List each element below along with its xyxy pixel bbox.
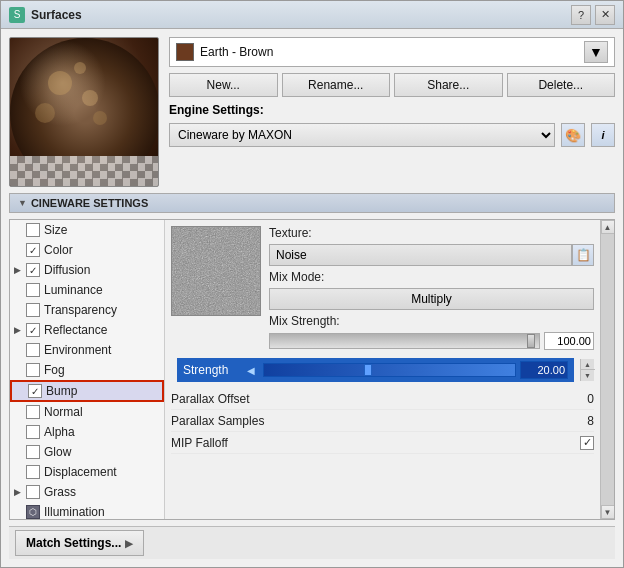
tree-item-alpha[interactable]: Alpha bbox=[10, 422, 164, 442]
tree-checkbox-environment[interactable] bbox=[26, 343, 40, 357]
mix-strength-thumb[interactable] bbox=[527, 334, 535, 348]
noise-svg bbox=[172, 227, 261, 316]
checkerboard-bg bbox=[10, 156, 158, 186]
tree-item-grass[interactable]: ▶ Grass bbox=[10, 482, 164, 502]
mix-strength-control-row bbox=[269, 332, 594, 350]
tree-item-diffusion[interactable]: ▶ Diffusion bbox=[10, 260, 164, 280]
scroll-bottom-arrow[interactable]: ▼ bbox=[601, 505, 615, 519]
tree-arrow-reflectance[interactable]: ▶ bbox=[14, 325, 26, 335]
tree-item-size[interactable]: Size bbox=[10, 220, 164, 240]
tree-checkbox-diffusion[interactable] bbox=[26, 263, 40, 277]
tree-label-normal: Normal bbox=[44, 405, 83, 419]
scroll-track[interactable] bbox=[601, 234, 614, 505]
mip-falloff-label: MIP Falloff bbox=[171, 434, 580, 452]
tree-arrow bbox=[14, 245, 26, 255]
tree-item-illumination[interactable]: ⬡ Illumination bbox=[10, 502, 164, 519]
parallax-samples-value[interactable]: 8 bbox=[564, 414, 594, 428]
texture-controls: Texture: Noise 📋 Mix Mode: Mu bbox=[269, 226, 594, 350]
tree-arrow bbox=[14, 225, 26, 235]
properties-rows: Parallax Offset 0 Parallax Samples 8 MIP… bbox=[165, 386, 600, 456]
tree-label-illumination: Illumination bbox=[44, 505, 105, 519]
cineware-settings-label: CINEWARE SETTINGS bbox=[31, 197, 148, 209]
parallax-offset-row: Parallax Offset 0 bbox=[171, 388, 594, 410]
tree-checkbox-transparency[interactable] bbox=[26, 303, 40, 317]
tree-item-fog[interactable]: Fog bbox=[10, 360, 164, 380]
engine-label: Engine Settings: bbox=[169, 103, 615, 117]
parallax-offset-value[interactable]: 0 bbox=[564, 392, 594, 406]
title-bar: S Surfaces ? ✕ bbox=[1, 1, 623, 29]
main-split-panel: Size Color ▶ Diffusion bbox=[9, 219, 615, 520]
texture-preview-row: Texture: Noise 📋 Mix Mode: Mu bbox=[165, 220, 600, 356]
tree-arrow-diffusion[interactable]: ▶ bbox=[14, 265, 26, 275]
strength-value-input[interactable] bbox=[520, 361, 568, 379]
tree-checkbox-color[interactable] bbox=[26, 243, 40, 257]
texture-name-button[interactable]: Noise bbox=[269, 244, 572, 266]
tree-checkbox-normal[interactable] bbox=[26, 405, 40, 419]
engine-info-icon[interactable]: i bbox=[591, 123, 615, 147]
tree-item-reflectance[interactable]: ▶ Reflectance bbox=[10, 320, 164, 340]
mix-mode-value-row: Multiply bbox=[269, 288, 594, 310]
bottom-bar: Match Settings... ▶ bbox=[9, 526, 615, 559]
tree-item-transparency[interactable]: Transparency bbox=[10, 300, 164, 320]
mix-mode-row: Mix Mode: bbox=[269, 270, 594, 284]
strength-slider[interactable] bbox=[263, 363, 516, 377]
noise-texture-preview bbox=[171, 226, 261, 316]
action-buttons: New... Rename... Share... Delete... bbox=[169, 73, 615, 97]
close-button[interactable]: ✕ bbox=[595, 5, 615, 25]
tree-item-color[interactable]: Color bbox=[10, 240, 164, 260]
tree-arrow bbox=[16, 386, 28, 396]
tree-checkbox-grass[interactable] bbox=[26, 485, 40, 499]
material-preview bbox=[9, 37, 159, 187]
mip-falloff-checkbox[interactable] bbox=[580, 436, 594, 450]
parallax-samples-row: Parallax Samples 8 bbox=[171, 410, 594, 432]
tree-label-grass: Grass bbox=[44, 485, 76, 499]
tree-checkbox-bump[interactable] bbox=[28, 384, 42, 398]
match-settings-label: Match Settings... bbox=[26, 536, 121, 550]
strength-label: Strength bbox=[183, 363, 243, 377]
scroll-down-arrow[interactable]: ▼ bbox=[581, 370, 595, 381]
tree-label-reflectance: Reflectance bbox=[44, 323, 107, 337]
bump-content: Texture: Noise 📋 Mix Mode: Mu bbox=[165, 220, 600, 519]
section-collapse-arrow[interactable]: ▼ bbox=[18, 198, 27, 208]
engine-select[interactable]: Cineware by MAXON bbox=[169, 123, 555, 147]
tree-checkbox-displacement[interactable] bbox=[26, 465, 40, 479]
tree-checkbox-luminance[interactable] bbox=[26, 283, 40, 297]
texture-copy-button[interactable]: 📋 bbox=[572, 244, 594, 266]
parallax-samples-label: Parallax Samples bbox=[171, 412, 564, 430]
tree-checkbox-alpha[interactable] bbox=[26, 425, 40, 439]
tree-item-luminance[interactable]: Luminance bbox=[10, 280, 164, 300]
tree-checkbox-reflectance[interactable] bbox=[26, 323, 40, 337]
tree-label-diffusion: Diffusion bbox=[44, 263, 90, 277]
tree-item-glow[interactable]: Glow bbox=[10, 442, 164, 462]
tree-label-transparency: Transparency bbox=[44, 303, 117, 317]
cineware-settings-header: ▼ CINEWARE SETTINGS bbox=[9, 193, 615, 213]
tree-item-bump[interactable]: Bump bbox=[10, 380, 164, 402]
delete-button[interactable]: Delete... bbox=[507, 73, 616, 97]
tree-arrow-grass[interactable]: ▶ bbox=[14, 487, 26, 497]
top-section: Earth - Brown ▼ New... Rename... Share..… bbox=[9, 37, 615, 187]
mip-falloff-row: MIP Falloff bbox=[171, 432, 594, 454]
mix-strength-slider[interactable] bbox=[269, 333, 540, 349]
material-menu-button[interactable]: ▼ bbox=[584, 41, 608, 63]
mix-mode-button[interactable]: Multiply bbox=[269, 288, 594, 310]
tree-checkbox-size[interactable] bbox=[26, 223, 40, 237]
engine-render-icon[interactable]: 🎨 bbox=[561, 123, 585, 147]
scroll-top-arrow[interactable]: ▲ bbox=[601, 220, 615, 234]
strength-collapse-arrow[interactable]: ◀ bbox=[247, 365, 255, 376]
tree-item-displacement[interactable]: Displacement bbox=[10, 462, 164, 482]
match-settings-button[interactable]: Match Settings... ▶ bbox=[15, 530, 144, 556]
strength-thumb[interactable] bbox=[364, 364, 372, 376]
tree-label-luminance: Luminance bbox=[44, 283, 103, 297]
tree-item-normal[interactable]: Normal bbox=[10, 402, 164, 422]
tree-checkbox-glow[interactable] bbox=[26, 445, 40, 459]
scroll-up-arrow[interactable]: ▲ bbox=[581, 359, 595, 370]
rename-button[interactable]: Rename... bbox=[282, 73, 391, 97]
new-button[interactable]: New... bbox=[169, 73, 278, 97]
share-button[interactable]: Share... bbox=[394, 73, 503, 97]
tree-item-environment[interactable]: Environment bbox=[10, 340, 164, 360]
help-button[interactable]: ? bbox=[571, 5, 591, 25]
tree-label-bump: Bump bbox=[46, 384, 77, 398]
tree-checkbox-illumination[interactable]: ⬡ bbox=[26, 505, 40, 519]
mix-strength-value-input[interactable] bbox=[544, 332, 594, 350]
tree-checkbox-fog[interactable] bbox=[26, 363, 40, 377]
